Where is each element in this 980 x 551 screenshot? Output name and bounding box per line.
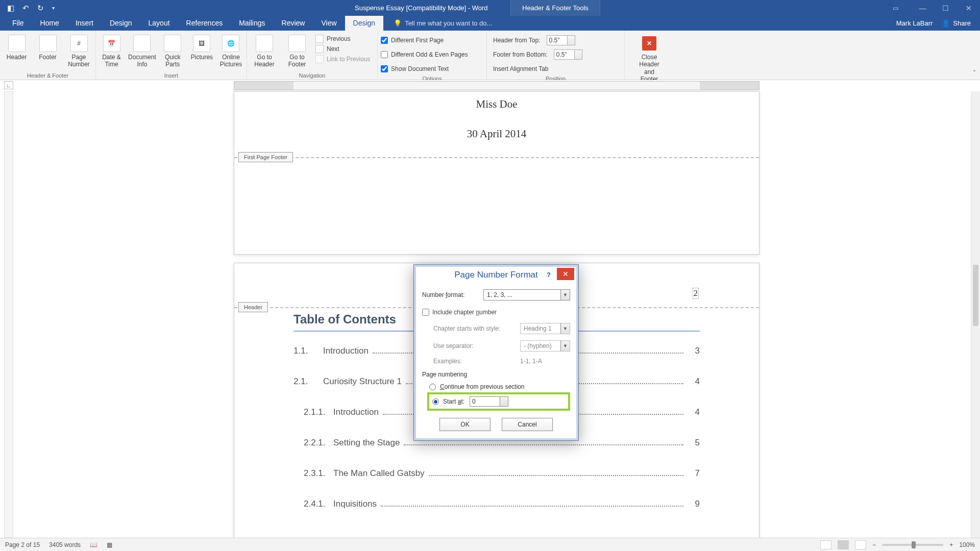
page-number-format-dialog: Page Number Format ? ✕ Number format: 1,… xyxy=(413,264,579,441)
close-header-footer-label: Close Header and Footer xyxy=(635,54,664,83)
start-at-label: Start at: xyxy=(443,398,464,405)
spinner-icon[interactable] xyxy=(500,397,508,406)
autosave-icon[interactable]: ◧ xyxy=(7,4,14,13)
include-chapter-label: Include chapter number xyxy=(432,309,497,316)
lightbulb-icon: 💡 xyxy=(394,19,402,27)
zoom-in-icon[interactable]: + xyxy=(949,541,953,548)
page-number-label: Page Number xyxy=(65,54,92,68)
goto-footer-button[interactable]: Go to Footer xyxy=(283,34,311,68)
zoom-out-icon[interactable]: − xyxy=(872,541,876,548)
tab-selector[interactable]: ∟ xyxy=(4,81,13,89)
insert-alignment-tab-button[interactable]: Insert Alignment Tab xyxy=(490,63,582,74)
horizontal-ruler[interactable] xyxy=(234,81,760,90)
header-from-top[interactable]: Header from Top:0.5" xyxy=(490,35,582,46)
previous-button[interactable]: Previous xyxy=(315,35,370,43)
show-document-text-label: Show Document Text xyxy=(391,65,449,72)
tell-me[interactable]: 💡 Tell me what you want to do... xyxy=(383,16,492,31)
cancel-button[interactable]: Cancel xyxy=(502,418,553,431)
print-layout-button[interactable] xyxy=(838,540,849,549)
ribbon: Header Footer #Page Number Header & Foot… xyxy=(0,31,980,80)
user-name[interactable]: Mark LaBarr xyxy=(896,19,933,27)
first-page-footer-tag: First Page Footer xyxy=(238,152,293,162)
separator-label: Use separator: xyxy=(433,342,515,349)
tab-design[interactable]: Design xyxy=(102,16,140,31)
web-layout-button[interactable] xyxy=(855,540,866,549)
tab-home[interactable]: Home xyxy=(32,16,67,31)
spellcheck-icon[interactable]: 📖 xyxy=(90,541,97,548)
link-previous-button[interactable]: Link to Previous xyxy=(315,55,370,63)
scrollbar-thumb[interactable] xyxy=(973,265,978,326)
zoom-slider[interactable] xyxy=(882,544,943,546)
header-button[interactable]: Header xyxy=(3,34,30,61)
start-at-input[interactable]: 0 xyxy=(470,396,508,407)
online-pictures-button[interactable]: 🌐Online Pictures xyxy=(218,34,243,68)
different-odd-even-checkbox[interactable]: Different Odd & Even Pages xyxy=(381,49,468,60)
number-format-combo[interactable]: 1, 2, 3, ...▼ xyxy=(483,289,570,300)
dialog-close-icon[interactable]: ✕ xyxy=(557,268,574,280)
include-chapter-checkbox[interactable]: Include chapter number xyxy=(422,307,570,318)
radio-icon xyxy=(429,384,436,390)
redo-icon[interactable]: ↻ xyxy=(37,4,44,13)
page-number-button[interactable]: #Page Number xyxy=(65,34,92,68)
different-first-page-checkbox[interactable]: Different First Page xyxy=(381,35,468,46)
minimize-icon[interactable]: — xyxy=(911,0,934,16)
macro-icon[interactable]: ▦ xyxy=(107,541,112,548)
maximize-icon[interactable]: ☐ xyxy=(934,0,957,16)
ok-button[interactable]: OK xyxy=(439,418,491,431)
toc-text: Introduction xyxy=(333,407,379,417)
share-button[interactable]: 👤 Share xyxy=(942,19,971,27)
dialog-titlebar[interactable]: Page Number Format ? ✕ xyxy=(416,267,576,283)
vertical-ruler[interactable] xyxy=(4,91,13,538)
undo-icon[interactable]: ↶ xyxy=(22,4,29,13)
tab-file[interactable]: File xyxy=(4,16,32,31)
vertical-scrollbar[interactable] xyxy=(971,91,980,538)
share-icon: 👤 xyxy=(942,19,950,27)
tab-review[interactable]: Review xyxy=(274,16,313,31)
close-window-icon[interactable]: ✕ xyxy=(957,0,980,16)
footer-button[interactable]: Footer xyxy=(34,34,61,61)
status-words[interactable]: 3405 words xyxy=(49,541,81,548)
dialog-help-icon[interactable]: ? xyxy=(542,269,556,280)
toc-number: 2.1.1. xyxy=(304,407,333,417)
tab-mailings[interactable]: Mailings xyxy=(231,16,273,31)
quick-parts-button[interactable]: Quick Parts xyxy=(160,34,185,68)
pictures-label: Pictures xyxy=(191,54,213,61)
read-mode-button[interactable] xyxy=(820,540,831,549)
doc-date-line: 30 April 2014 xyxy=(234,128,759,140)
tab-layout[interactable]: Layout xyxy=(140,16,178,31)
dialog-title: Page Number Format xyxy=(454,270,537,280)
zoom-slider-thumb[interactable] xyxy=(912,541,916,548)
tab-design-context[interactable]: Design xyxy=(345,16,384,31)
tab-view[interactable]: View xyxy=(313,16,345,31)
goto-footer-label: Go to Footer xyxy=(283,54,311,68)
next-button[interactable]: Next xyxy=(315,45,370,53)
document-info-button[interactable]: Document Info xyxy=(128,34,156,68)
next-label: Next xyxy=(327,45,339,53)
document-info-label: Document Info xyxy=(128,54,156,68)
toc-number: 1.1. xyxy=(293,346,323,356)
date-time-button[interactable]: 📅Date & Time xyxy=(99,34,124,68)
tab-references[interactable]: References xyxy=(178,16,231,31)
goto-header-button[interactable]: Go to Header xyxy=(250,34,279,68)
chapter-starts-label: Chapter starts with style: xyxy=(433,325,515,332)
display-options-icon[interactable]: ▭ xyxy=(884,0,907,16)
page-number-field[interactable]: 2 xyxy=(693,288,699,299)
qat-more-icon[interactable]: ▾ xyxy=(52,5,55,11)
collapse-ribbon-icon[interactable]: ˄ xyxy=(973,69,976,77)
tab-insert[interactable]: Insert xyxy=(67,16,102,31)
zoom-level[interactable]: 100% xyxy=(959,541,975,548)
toc-page: 5 xyxy=(688,438,700,448)
start-at-radio[interactable]: Start at: xyxy=(432,396,464,407)
start-at-highlight: Start at: 0 xyxy=(427,392,570,411)
status-page[interactable]: Page 2 of 15 xyxy=(5,541,40,548)
continue-previous-radio[interactable]: Continue from previous section xyxy=(429,381,570,392)
pictures-button[interactable]: 🖼Pictures xyxy=(189,34,214,61)
close-header-footer-button[interactable]: ✕Close Header and Footer xyxy=(635,34,664,83)
previous-label: Previous xyxy=(327,35,351,42)
footer-from-bottom-value[interactable]: 0.5" xyxy=(554,49,582,60)
footer-from-bottom[interactable]: Footer from Bottom:0.5" xyxy=(490,49,582,60)
examples-label: Examples: xyxy=(433,358,515,365)
group-insert: Insert xyxy=(99,71,243,79)
header-from-top-value[interactable]: 0.5" xyxy=(547,35,575,45)
show-document-text-checkbox[interactable]: Show Document Text xyxy=(381,63,468,74)
